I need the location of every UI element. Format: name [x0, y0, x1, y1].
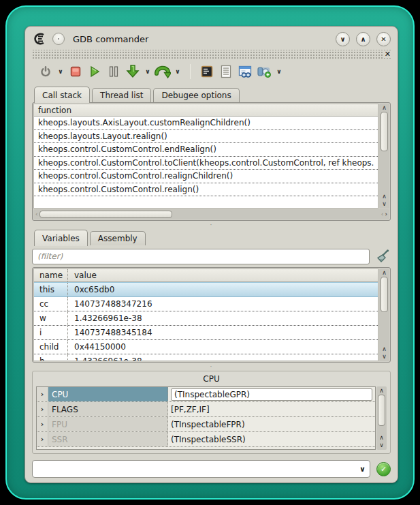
callstack-tabbar: Call stack Thread list Debugee options [32, 86, 391, 102]
expander-icon[interactable]: › [37, 402, 48, 416]
callstack-row[interactable]: kheops.control.CustomControl.endRealign(… [34, 143, 378, 157]
snapshot-dropdown[interactable]: ∨ [275, 68, 283, 75]
scroll-down-icon[interactable]: ∨ [382, 353, 387, 361]
callstack-panel: function kheops.layouts.AxisLayout.custo… [32, 102, 391, 221]
check-icon: ✓ [381, 465, 387, 474]
variable-row[interactable]: this 0xc65db0 [34, 282, 378, 297]
close-window-button[interactable]: ✕ [376, 32, 391, 46]
unshade-button[interactable]: ∧ [356, 32, 370, 46]
scroll-left-icon[interactable]: ‹ [381, 211, 384, 218]
variable-row[interactable]: i 140737488345184 [34, 326, 378, 340]
variable-row[interactable]: w 1.43266961e-38 [34, 311, 378, 326]
run-button[interactable] [86, 63, 103, 80]
cpu-row[interactable]: › FPU (TInspectableFPR) [37, 417, 375, 432]
shade-button[interactable]: ∨ [336, 32, 350, 46]
command-combobox[interactable]: ∨ [32, 460, 370, 478]
step-into-icon [125, 64, 140, 79]
titlebar: GDB commander ∨ ∧ ✕ [32, 30, 391, 48]
window-menu-button[interactable] [52, 33, 65, 45]
step-into-button[interactable] [125, 63, 141, 80]
scroll-right-icon[interactable]: › [385, 211, 387, 218]
column-header-name[interactable]: name [34, 269, 68, 281]
expander-icon[interactable]: › [37, 417, 48, 431]
dock-handle[interactable]: ✕ [32, 50, 391, 59]
variables-panel: name value this 0xc65db0 cc 140737488347… [32, 267, 391, 363]
command-bar: ∨ ✓ [32, 459, 391, 479]
callstack-column-header[interactable]: function [34, 104, 378, 117]
stop-icon [70, 66, 81, 77]
splitter-handle[interactable]: · [32, 221, 391, 229]
camera-add-icon [257, 65, 272, 78]
gdb-commander-window: GDB commander ∨ ∧ ✕ ✕ ∨ [25, 26, 398, 483]
tab-thread-list[interactable]: Thread list [92, 88, 151, 102]
expander-icon[interactable]: › [37, 432, 48, 446]
power-button[interactable] [37, 63, 54, 80]
callstack-row[interactable]: kheops.control.CustomControl.realign() [34, 183, 378, 197]
power-icon [39, 65, 52, 78]
tab-assembly[interactable]: Assembly [90, 231, 146, 245]
snapshot-add-button[interactable] [256, 63, 272, 80]
pause-button[interactable] [106, 63, 122, 80]
pause-icon [108, 65, 119, 78]
step-into-dropdown[interactable]: ∨ [144, 68, 152, 75]
scroll-up-icon[interactable]: ∧ [382, 193, 387, 200]
watches-window-button[interactable] [237, 63, 253, 80]
scroll-up-icon[interactable]: ∧ [382, 346, 387, 353]
run-icon [88, 65, 101, 78]
tab-call-stack[interactable]: Call stack [34, 87, 90, 103]
step-over-dropdown[interactable]: ∨ [174, 68, 182, 75]
callstack-vertical-scrollbar[interactable]: ∧ ∧ ∨ [379, 104, 389, 209]
variables-vertical-scrollbar[interactable]: ∧ ∧ ∨ [379, 269, 389, 361]
cpu-value-edit[interactable]: (TInspectableGPR) [171, 388, 372, 401]
variable-row[interactable]: child 0x44150000 [34, 340, 378, 354]
variable-row[interactable]: b 1.43266961e-38 [34, 354, 378, 361]
variables-filter-row [32, 247, 391, 265]
scroll-down-icon[interactable]: ∨ [379, 442, 384, 449]
disassembly-view-button[interactable] [218, 63, 234, 80]
clear-filter-icon[interactable] [374, 249, 391, 264]
callstack-row[interactable]: kheops.control.CustomControl.realignChil… [34, 170, 378, 183]
scroll-up-icon[interactable]: ∧ [379, 434, 384, 442]
cpu-row[interactable]: › FLAGS [PF,ZF,IF] [37, 402, 375, 417]
confirm-button[interactable]: ✓ [376, 462, 391, 476]
terminal-view-button[interactable] [199, 63, 215, 80]
power-dropdown[interactable]: ∨ [56, 68, 65, 75]
callstack-row[interactable]: kheops.layouts.AxisLayout.customRealignC… [34, 117, 378, 130]
scroll-up-icon[interactable]: ∧ [382, 104, 387, 112]
scrollbar-thumb[interactable] [39, 211, 172, 218]
cpu-row[interactable]: › SSR (TInspectableSSR) [37, 432, 375, 447]
callstack-row[interactable]: kheops.control.CustomControl.toClient(kh… [34, 157, 378, 170]
step-over-button[interactable] [155, 63, 171, 80]
document-list-icon [220, 65, 232, 78]
cpu-vertical-scrollbar[interactable]: ∧ ∧ ∨ [376, 386, 387, 450]
splitter-handle[interactable]: · [32, 363, 391, 371]
stop-button[interactable] [67, 63, 84, 80]
variables-table-header[interactable]: name value [34, 269, 378, 282]
expander-icon[interactable]: › [37, 387, 48, 401]
scroll-up-icon[interactable]: ∧ [382, 269, 387, 277]
window-title: GDB commander [73, 34, 148, 44]
toolbar-separator [190, 64, 191, 79]
step-over-icon [155, 64, 171, 79]
scrollbar-thumb[interactable] [381, 112, 388, 151]
scroll-up-icon[interactable]: ∧ [379, 387, 384, 395]
combo-dropdown-icon[interactable]: ∨ [359, 465, 366, 474]
variable-row[interactable]: cc 140737488347216 [34, 297, 378, 311]
filter-input[interactable] [32, 249, 370, 264]
callstack-row[interactable]: kheops.layouts.Layout.realign() [34, 130, 378, 144]
callstack-list: function kheops.layouts.AxisLayout.custo… [33, 104, 378, 209]
debug-toolbar: ∨ [32, 60, 391, 83]
callstack-horizontal-scrollbar[interactable]: ‹ ‹ › [33, 209, 389, 219]
scroll-left-icon[interactable]: ‹ [35, 211, 38, 218]
tab-variables[interactable]: Variables [34, 230, 88, 246]
scrollbar-thumb[interactable] [381, 277, 388, 312]
close-icon: ✕ [381, 35, 386, 43]
dock-close-button[interactable]: ✕ [383, 50, 391, 58]
scrollbar-thumb[interactable] [378, 395, 385, 426]
watch-window-icon [238, 65, 253, 78]
cpu-row[interactable]: › CPU (TInspectableGPR) [37, 387, 375, 402]
variables-table: name value this 0xc65db0 cc 140737488347… [33, 269, 378, 361]
column-header-value[interactable]: value [68, 269, 378, 281]
tab-debugee-options[interactable]: Debugee options [153, 88, 239, 102]
scroll-down-icon[interactable]: ∨ [382, 200, 387, 208]
